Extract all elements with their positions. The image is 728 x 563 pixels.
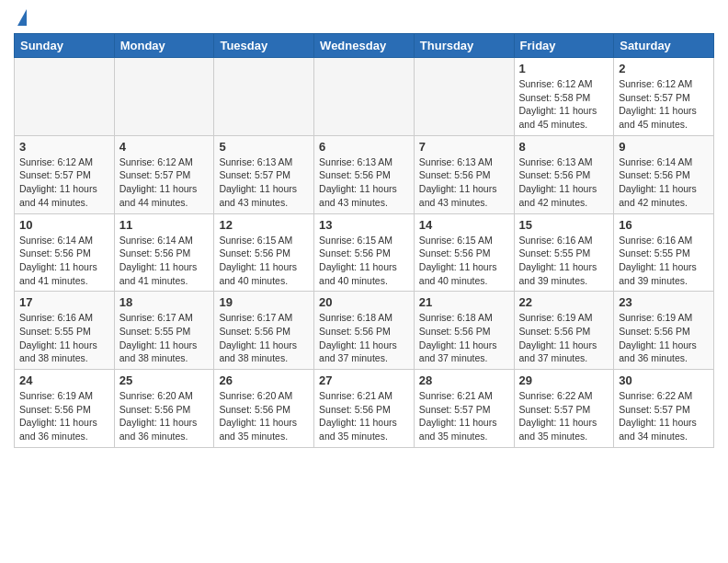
- calendar-cell: 27Sunrise: 6:21 AMSunset: 5:56 PMDayligh…: [314, 370, 415, 448]
- day-number: 29: [519, 373, 609, 387]
- calendar-week-row: 24Sunrise: 6:19 AMSunset: 5:56 PMDayligh…: [15, 370, 714, 448]
- calendar-cell: 1Sunrise: 6:12 AMSunset: 5:58 PMDaylight…: [514, 58, 614, 136]
- day-number: 21: [419, 295, 509, 309]
- day-info: Sunrise: 6:14 AMSunset: 5:56 PMDaylight:…: [619, 155, 709, 210]
- day-info: Sunrise: 6:19 AMSunset: 5:56 PMDaylight:…: [619, 311, 709, 365]
- calendar-cell: [15, 58, 115, 136]
- day-number: 28: [419, 373, 509, 387]
- calendar-cell: 23Sunrise: 6:19 AMSunset: 5:56 PMDayligh…: [614, 292, 714, 370]
- day-number: 4: [119, 140, 210, 154]
- day-info: Sunrise: 6:19 AMSunset: 5:56 PMDaylight:…: [519, 311, 609, 365]
- day-info: Sunrise: 6:14 AMSunset: 5:56 PMDaylight:…: [19, 234, 109, 288]
- day-number: 1: [519, 62, 609, 75]
- day-info: Sunrise: 6:12 AMSunset: 5:57 PMDaylight:…: [19, 155, 109, 210]
- calendar-cell: 11Sunrise: 6:14 AMSunset: 5:56 PMDayligh…: [114, 213, 214, 292]
- day-info: Sunrise: 6:20 AMSunset: 5:56 PMDaylight:…: [119, 389, 210, 443]
- calendar-cell: 14Sunrise: 6:15 AMSunset: 5:56 PMDayligh…: [414, 213, 514, 292]
- weekday-header-wednesday: Wednesday: [314, 34, 415, 58]
- day-number: 26: [219, 373, 309, 387]
- calendar-cell: 21Sunrise: 6:18 AMSunset: 5:56 PMDayligh…: [414, 292, 514, 370]
- day-info: Sunrise: 6:21 AMSunset: 5:56 PMDaylight:…: [319, 389, 409, 443]
- day-info: Sunrise: 6:15 AMSunset: 5:56 PMDaylight:…: [219, 234, 309, 288]
- day-number: 16: [619, 218, 709, 232]
- weekday-header-tuesday: Tuesday: [214, 34, 314, 58]
- day-number: 11: [119, 218, 210, 232]
- calendar-cell: 6Sunrise: 6:13 AMSunset: 5:56 PMDaylight…: [314, 135, 415, 213]
- day-info: Sunrise: 6:18 AMSunset: 5:56 PMDaylight:…: [419, 311, 509, 365]
- calendar-cell: 16Sunrise: 6:16 AMSunset: 5:55 PMDayligh…: [614, 213, 714, 292]
- calendar-cell: [114, 58, 214, 136]
- day-number: 22: [519, 295, 609, 309]
- weekday-header-row: SundayMondayTuesdayWednesdayThursdayFrid…: [15, 34, 714, 58]
- day-info: Sunrise: 6:17 AMSunset: 5:55 PMDaylight:…: [119, 311, 210, 365]
- calendar-cell: 25Sunrise: 6:20 AMSunset: 5:56 PMDayligh…: [114, 370, 214, 448]
- day-number: 2: [619, 62, 709, 75]
- calendar-cell: 8Sunrise: 6:13 AMSunset: 5:56 PMDaylight…: [514, 135, 614, 213]
- header: [14, 9, 714, 26]
- day-number: 27: [319, 373, 409, 387]
- weekday-header-saturday: Saturday: [614, 34, 714, 58]
- calendar-cell: 30Sunrise: 6:22 AMSunset: 5:57 PMDayligh…: [614, 370, 714, 448]
- day-number: 23: [619, 295, 709, 309]
- day-number: 5: [219, 140, 309, 154]
- day-number: 19: [219, 295, 309, 309]
- day-number: 18: [119, 295, 210, 309]
- calendar-cell: 29Sunrise: 6:22 AMSunset: 5:57 PMDayligh…: [514, 370, 614, 448]
- day-info: Sunrise: 6:13 AMSunset: 5:57 PMDaylight:…: [219, 155, 309, 210]
- day-info: Sunrise: 6:18 AMSunset: 5:56 PMDaylight:…: [319, 311, 409, 365]
- calendar-week-row: 17Sunrise: 6:16 AMSunset: 5:55 PMDayligh…: [15, 292, 714, 370]
- day-info: Sunrise: 6:13 AMSunset: 5:56 PMDaylight:…: [319, 155, 409, 210]
- calendar-cell: 22Sunrise: 6:19 AMSunset: 5:56 PMDayligh…: [514, 292, 614, 370]
- day-number: 15: [519, 218, 609, 232]
- day-number: 12: [219, 218, 309, 232]
- calendar-cell: [214, 58, 314, 136]
- day-number: 14: [419, 218, 509, 232]
- day-info: Sunrise: 6:13 AMSunset: 5:56 PMDaylight:…: [519, 155, 609, 210]
- day-info: Sunrise: 6:12 AMSunset: 5:58 PMDaylight:…: [519, 77, 609, 132]
- day-number: 3: [19, 140, 109, 154]
- day-info: Sunrise: 6:15 AMSunset: 5:56 PMDaylight:…: [319, 234, 409, 288]
- day-number: 30: [619, 373, 709, 387]
- day-number: 10: [19, 218, 109, 232]
- day-number: 7: [419, 140, 509, 154]
- day-info: Sunrise: 6:17 AMSunset: 5:56 PMDaylight:…: [219, 311, 309, 365]
- day-info: Sunrise: 6:15 AMSunset: 5:56 PMDaylight:…: [419, 234, 509, 288]
- calendar-cell: 15Sunrise: 6:16 AMSunset: 5:55 PMDayligh…: [514, 213, 614, 292]
- calendar-cell: 19Sunrise: 6:17 AMSunset: 5:56 PMDayligh…: [214, 292, 314, 370]
- page: SundayMondayTuesdayWednesdayThursdayFrid…: [0, 0, 728, 462]
- calendar-cell: 7Sunrise: 6:13 AMSunset: 5:56 PMDaylight…: [414, 135, 514, 213]
- logo-triangle-icon: [17, 9, 27, 26]
- day-info: Sunrise: 6:22 AMSunset: 5:57 PMDaylight:…: [519, 389, 609, 443]
- day-number: 24: [19, 373, 109, 387]
- calendar-week-row: 3Sunrise: 6:12 AMSunset: 5:57 PMDaylight…: [15, 135, 714, 213]
- calendar: SundayMondayTuesdayWednesdayThursdayFrid…: [14, 33, 714, 448]
- day-number: 13: [319, 218, 409, 232]
- day-number: 8: [519, 140, 609, 154]
- day-info: Sunrise: 6:12 AMSunset: 5:57 PMDaylight:…: [619, 77, 709, 132]
- weekday-header-sunday: Sunday: [15, 34, 115, 58]
- day-info: Sunrise: 6:19 AMSunset: 5:56 PMDaylight:…: [19, 389, 109, 443]
- weekday-header-thursday: Thursday: [414, 34, 514, 58]
- calendar-cell: 26Sunrise: 6:20 AMSunset: 5:56 PMDayligh…: [214, 370, 314, 448]
- day-number: 9: [619, 140, 709, 154]
- day-info: Sunrise: 6:21 AMSunset: 5:57 PMDaylight:…: [419, 389, 509, 443]
- calendar-cell: 5Sunrise: 6:13 AMSunset: 5:57 PMDaylight…: [214, 135, 314, 213]
- weekday-header-monday: Monday: [114, 34, 214, 58]
- calendar-cell: 13Sunrise: 6:15 AMSunset: 5:56 PMDayligh…: [314, 213, 415, 292]
- calendar-cell: 24Sunrise: 6:19 AMSunset: 5:56 PMDayligh…: [15, 370, 115, 448]
- day-number: 17: [19, 295, 109, 309]
- day-number: 25: [119, 373, 210, 387]
- calendar-week-row: 10Sunrise: 6:14 AMSunset: 5:56 PMDayligh…: [15, 213, 714, 292]
- day-info: Sunrise: 6:16 AMSunset: 5:55 PMDaylight:…: [519, 234, 609, 288]
- calendar-cell: 18Sunrise: 6:17 AMSunset: 5:55 PMDayligh…: [114, 292, 214, 370]
- calendar-cell: 3Sunrise: 6:12 AMSunset: 5:57 PMDaylight…: [15, 135, 115, 213]
- calendar-cell: [314, 58, 415, 136]
- logo-area: [14, 9, 27, 26]
- day-info: Sunrise: 6:22 AMSunset: 5:57 PMDaylight:…: [619, 389, 709, 443]
- logo: [14, 9, 27, 26]
- calendar-cell: 12Sunrise: 6:15 AMSunset: 5:56 PMDayligh…: [214, 213, 314, 292]
- calendar-week-row: 1Sunrise: 6:12 AMSunset: 5:58 PMDaylight…: [15, 58, 714, 136]
- day-info: Sunrise: 6:12 AMSunset: 5:57 PMDaylight:…: [119, 155, 210, 210]
- day-number: 20: [319, 295, 409, 309]
- day-info: Sunrise: 6:16 AMSunset: 5:55 PMDaylight:…: [619, 234, 709, 288]
